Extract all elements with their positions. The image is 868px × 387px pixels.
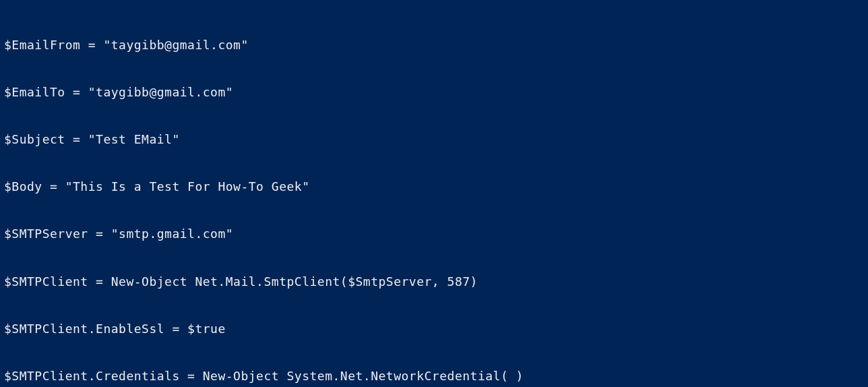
- script-line: $EmailFrom = "taygibb@gmail.com": [4, 37, 864, 53]
- script-line: $SMTPClient.Credentials = New-Object Sys…: [4, 368, 864, 384]
- terminal-output[interactable]: $EmailFrom = "taygibb@gmail.com" $EmailT…: [4, 5, 864, 387]
- script-line: $Subject = "Test EMail": [4, 131, 864, 147]
- script-line: $SMTPClient = New-Object Net.Mail.SmtpCl…: [4, 274, 864, 289]
- script-line: $EmailTo = "taygibb@gmail.com": [4, 84, 864, 100]
- script-line: $SMTPClient.EnableSsl = $true: [4, 321, 864, 336]
- script-line: $SMTPServer = "smtp.gmail.com": [4, 226, 864, 241]
- script-line: $Body = "This Is a Test For How-To Geek": [4, 179, 864, 194]
